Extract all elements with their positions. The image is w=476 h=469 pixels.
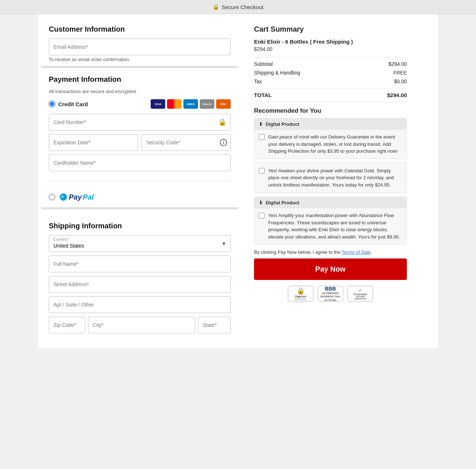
bbb-logo: BBB bbox=[325, 286, 336, 292]
city-input[interactable] bbox=[88, 317, 195, 333]
trustedsite-sub: SECURE CHECKOUT bbox=[349, 296, 371, 300]
section-divider bbox=[41, 66, 238, 68]
card-number-wrapper: 🔒 bbox=[49, 114, 231, 131]
payment-section: Payment Information All transactions are… bbox=[49, 75, 231, 207]
digicert-label: DigiCert bbox=[295, 295, 306, 298]
security-info-icon[interactable]: i bbox=[220, 139, 227, 146]
customer-title: Customer Information bbox=[49, 25, 231, 33]
total-value: $294.00 bbox=[387, 92, 407, 98]
paypal-text-pal: Pal bbox=[83, 193, 94, 201]
main-container: Customer Information To receive an email… bbox=[38, 14, 438, 348]
shipping-value: FREE bbox=[393, 70, 407, 76]
right-panel: Cart Summary Enki Elixir - 6 Bottles ( F… bbox=[247, 21, 414, 341]
digicert-badge: 🔒 DigiCert SECURED bbox=[288, 286, 313, 302]
payment-subtitle: All transactions are secure and encrypte… bbox=[49, 89, 231, 94]
exp-security-row: i bbox=[49, 134, 231, 151]
security-code-input[interactable] bbox=[142, 134, 231, 151]
total-label: TOTAL bbox=[254, 92, 272, 98]
rec-item-3-body: Yes! Amplify your manifestation power wi… bbox=[254, 208, 406, 244]
trust-badges: 🔒 DigiCert SECURED BBB ACCREDITED BUSINE… bbox=[254, 286, 407, 302]
paypal-radio[interactable] bbox=[49, 194, 55, 200]
digicert-sub: SECURED bbox=[294, 298, 307, 301]
product-name: Enki Elixir - 6 Bottles ( Free Shipping … bbox=[254, 39, 407, 45]
trustedsite-label: TrustedSite bbox=[353, 293, 367, 296]
svg-text:P: P bbox=[61, 195, 64, 199]
rec-item-2-body: Yes! Awaken your divine power with Celes… bbox=[254, 163, 406, 193]
cart-title: Cart Summary bbox=[254, 25, 407, 33]
trusted-icon: ✓ bbox=[358, 288, 362, 293]
rec-item-2: Yes! Awaken your divine power with Celes… bbox=[254, 163, 407, 193]
pay-now-button[interactable]: Pay Now bbox=[254, 258, 407, 280]
credit-card-text: Credit Card bbox=[58, 101, 88, 107]
payment-title: Payment Information bbox=[49, 75, 231, 84]
trustedsite-badge: ✓ TrustedSite SECURE CHECKOUT bbox=[348, 286, 373, 302]
state-input[interactable] bbox=[198, 317, 231, 333]
zip-code-input[interactable] bbox=[49, 317, 85, 333]
rec-item-3-checkbox[interactable] bbox=[259, 213, 265, 219]
expiration-input[interactable] bbox=[49, 134, 138, 151]
shipping-label: Shipping & Handling bbox=[254, 70, 300, 76]
rec-item-3-text: Yes! Amplify your manifestation power wi… bbox=[268, 212, 402, 240]
paypal-row[interactable]: P PayPal bbox=[49, 187, 231, 207]
cart-divider-2 bbox=[254, 88, 407, 88]
shipping-section: Shipping Information Country* United Sta… bbox=[49, 217, 231, 333]
card-number-input[interactable] bbox=[49, 114, 231, 131]
country-wrapper: Country* United States ▼ bbox=[49, 235, 231, 252]
rec-item-3-header: ⬇ Digital Product bbox=[254, 197, 406, 208]
customer-section: Customer Information To receive an email… bbox=[49, 25, 231, 62]
paypal-text-pay: Pay bbox=[69, 193, 82, 201]
email-hint: To receive an email order confirmation. bbox=[49, 57, 231, 62]
terms-row: By clicking Pay Now below, I agree to th… bbox=[254, 249, 407, 255]
lock-icon: 🔒 bbox=[213, 4, 219, 10]
rec-item-3: ⬇ Digital Product Yes! Amplify your mani… bbox=[254, 197, 407, 244]
subtotal-value: $294.00 bbox=[388, 61, 407, 67]
country-select[interactable]: United States bbox=[49, 235, 231, 252]
left-panel: Customer Information To receive an email… bbox=[41, 21, 238, 341]
expiration-wrapper bbox=[49, 134, 138, 151]
download-icon-1: ⬇ bbox=[259, 121, 263, 127]
terms-end: . bbox=[371, 249, 372, 255]
card-lock-icon: 🔒 bbox=[218, 118, 226, 126]
credit-card-row: Credit Card VISA AMEX diners DISC bbox=[49, 99, 231, 109]
total-row: TOTAL $294.00 bbox=[254, 92, 407, 98]
mastercard-badge bbox=[167, 99, 182, 109]
header-title: Secure Checkout bbox=[222, 4, 263, 10]
discover-badge: DISC bbox=[216, 99, 231, 109]
bbb-sub: ACCREDITED BUSINESS Click for Profile bbox=[320, 292, 341, 301]
rec-item-1-body: Gain peace of mind with our Delivery Gua… bbox=[254, 130, 406, 159]
rec-item-1-checkbox[interactable] bbox=[259, 134, 265, 140]
zip-city-state-row bbox=[49, 317, 231, 333]
tax-label: Tax bbox=[254, 79, 262, 84]
bbb-badge: BBB ACCREDITED BUSINESS Click for Profil… bbox=[318, 286, 343, 302]
visa-badge: VISA bbox=[151, 99, 165, 109]
apt-suite-input[interactable] bbox=[49, 296, 231, 313]
credit-card-radio[interactable] bbox=[49, 101, 55, 107]
header: 🔒 Secure Checkout bbox=[0, 0, 476, 14]
rec-item-2-text: Yes! Awaken your divine power with Celes… bbox=[268, 167, 402, 189]
rec-item-1-text: Gain peace of mind with our Delivery Gua… bbox=[268, 133, 402, 155]
street-address-input[interactable] bbox=[49, 276, 231, 293]
paypal-icon: P bbox=[59, 193, 68, 201]
diners-badge: diners bbox=[200, 99, 214, 109]
full-name-input[interactable] bbox=[49, 256, 231, 272]
rec-item-3-badge: Digital Product bbox=[266, 200, 299, 205]
download-icon-3: ⬇ bbox=[259, 200, 263, 205]
credit-card-label[interactable]: Credit Card bbox=[49, 101, 88, 107]
rec-item-2-checkbox[interactable] bbox=[259, 168, 265, 174]
cart-divider-1 bbox=[254, 57, 407, 57]
subtotal-label: Subtotal bbox=[254, 61, 273, 67]
shipping-title: Shipping Information bbox=[49, 222, 231, 230]
card-badges: VISA AMEX diners DISC bbox=[151, 99, 231, 109]
rec-item-1-badge: Digital Product bbox=[266, 121, 299, 127]
terms-link[interactable]: Terms of Sale bbox=[342, 249, 370, 255]
email-field[interactable] bbox=[49, 39, 231, 55]
product-price: $294.00 bbox=[254, 46, 407, 52]
cardholder-name-input[interactable] bbox=[49, 155, 231, 171]
amex-badge: AMEX bbox=[183, 99, 198, 109]
rec-item-1: ⬇ Digital Product Gain peace of mind wit… bbox=[254, 118, 407, 159]
rec-divider bbox=[254, 102, 407, 102]
tax-value: $0.00 bbox=[394, 79, 407, 84]
terms-text: By clicking Pay Now below, I agree to th… bbox=[254, 249, 342, 255]
security-wrapper: i bbox=[142, 134, 231, 151]
shipping-divider bbox=[41, 207, 238, 209]
